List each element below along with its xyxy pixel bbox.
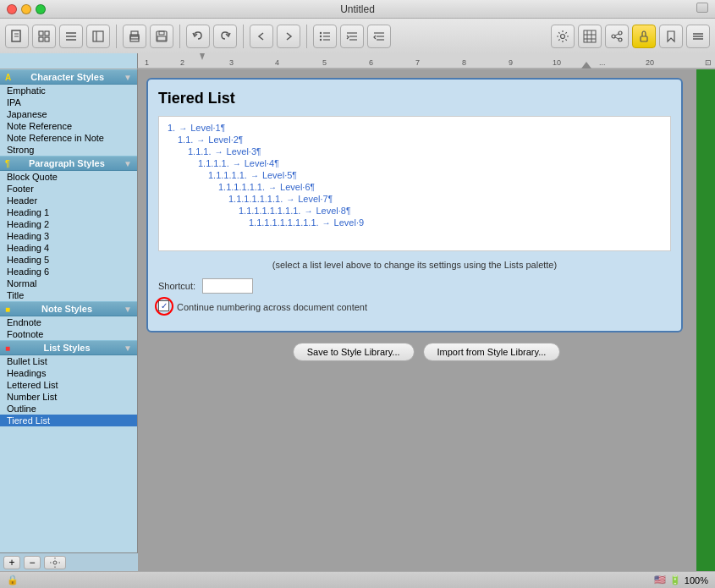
new-button[interactable] bbox=[5, 25, 29, 48]
ruler-area: 1 2 3 4 5 6 7 8 9 10 ... 20 ⊡ bbox=[0, 54, 715, 69]
add-style-button[interactable]: + bbox=[3, 556, 20, 569]
content-area: Tiered List 1. → Level·1 ¶ 1.1. → Level· bbox=[138, 69, 715, 571]
character-styles-chevron: ▼ bbox=[124, 73, 132, 82]
forward-button[interactable] bbox=[277, 25, 300, 48]
print-button[interactable] bbox=[123, 25, 146, 48]
status-battery: 🔋 bbox=[669, 574, 681, 585]
style-panel-title: Tiered List bbox=[158, 90, 671, 107]
list-item-label-8: Level·8 bbox=[316, 206, 345, 216]
sidebar-item-footer[interactable]: Footer bbox=[0, 183, 137, 195]
checkbox-container[interactable]: ✓ bbox=[158, 300, 172, 314]
sidebar-item-note-reference-in-note[interactable]: Note Reference in Note bbox=[0, 132, 137, 144]
save-to-library-button[interactable]: Save to Style Library... bbox=[293, 343, 415, 361]
list-preview-row-2[interactable]: 1.1. → Level·2 ¶ bbox=[168, 134, 662, 146]
sidebar-item-number-list[interactable]: Number List bbox=[0, 391, 137, 403]
shortcut-input[interactable] bbox=[202, 278, 253, 294]
list-item-label-6: Level·6 bbox=[280, 182, 310, 192]
status-right: 🇺🇸 🔋 100% bbox=[654, 574, 708, 585]
sidebar-item-title[interactable]: Title bbox=[0, 289, 137, 301]
lock-button[interactable] bbox=[632, 25, 656, 48]
list-item-prefix-1: 1. bbox=[168, 123, 175, 133]
bookmark-button[interactable] bbox=[659, 25, 683, 48]
sidebar-item-headings[interactable]: Headings bbox=[0, 367, 137, 379]
sidebar: A Character Styles ▼ Emphatic IPA Japane… bbox=[0, 69, 138, 571]
svg-point-18 bbox=[320, 31, 322, 33]
collapse-button[interactable] bbox=[696, 3, 708, 13]
pilcrow-5: ¶ bbox=[292, 171, 296, 180]
ruler: 1 2 3 4 5 6 7 8 9 10 ... 20 ⊡ bbox=[138, 53, 715, 69]
character-styles-header[interactable]: A Character Styles ▼ bbox=[0, 69, 137, 85]
close-button[interactable] bbox=[7, 4, 17, 14]
continue-numbering-label: Continue numbering across document conte… bbox=[177, 302, 367, 312]
note-styles-label: Note Styles bbox=[41, 304, 92, 314]
list-format-button[interactable] bbox=[313, 25, 337, 48]
pilcrow-3: ¶ bbox=[256, 147, 261, 157]
share-button[interactable] bbox=[605, 25, 629, 48]
more-button[interactable] bbox=[686, 25, 710, 48]
sidebar-item-emphatic[interactable]: Emphatic bbox=[0, 85, 137, 96]
style-settings-button[interactable] bbox=[44, 556, 66, 569]
paragraph-styles-header[interactable]: ¶ Paragraph Styles ▼ bbox=[0, 156, 137, 171]
remove-style-button[interactable]: − bbox=[24, 556, 41, 569]
list-preview-row-1[interactable]: 1. → Level·1 ¶ bbox=[168, 122, 662, 134]
list-preview-row-4[interactable]: 1.1.1.1. → Level·4 ¶ bbox=[168, 157, 662, 169]
list-styles-header[interactable]: ■ List Styles ▼ bbox=[0, 340, 137, 355]
arrow-icon-2: → bbox=[196, 135, 205, 145]
sidebar-item-note-reference[interactable]: Note Reference bbox=[0, 120, 137, 132]
svg-point-48 bbox=[53, 561, 57, 564]
sidebar-item-lettered-list[interactable]: Lettered List bbox=[0, 379, 137, 391]
sidebar-item-bullet-list[interactable]: Bullet List bbox=[0, 355, 137, 367]
sidebar-item-block-quote[interactable]: Block Quote bbox=[0, 171, 137, 183]
sidebar-item-heading2[interactable]: Heading 2 bbox=[0, 218, 137, 230]
undo-button[interactable] bbox=[186, 25, 210, 48]
save-button[interactable] bbox=[150, 25, 173, 48]
sidebar-item-outline[interactable]: Outline bbox=[0, 403, 137, 415]
note-styles-header[interactable]: ■ Note Styles ▼ bbox=[0, 301, 137, 316]
grid-button[interactable] bbox=[578, 25, 602, 48]
sidebar-item-heading1[interactable]: Heading 1 bbox=[0, 206, 137, 218]
outdent-button[interactable] bbox=[367, 25, 391, 48]
sidebar-item-endnote[interactable]: Endnote bbox=[0, 316, 137, 328]
svg-rect-5 bbox=[39, 37, 43, 41]
list-preview-row-9[interactable]: 1.1.1.1.1.1.1.1.1. → Level·9 bbox=[168, 217, 662, 228]
import-from-library-button[interactable]: Import from Style Library... bbox=[423, 343, 561, 361]
list-preview-row-8[interactable]: 1.1.1.1.1.1.1.1. → Level·8 ¶ bbox=[168, 205, 662, 217]
bottom-buttons: Save to Style Library... Import from Sty… bbox=[146, 343, 707, 361]
maximize-button[interactable] bbox=[36, 4, 46, 14]
list-preview[interactable]: 1. → Level·1 ¶ 1.1. → Level·2 ¶ 1.1. bbox=[158, 116, 671, 251]
sidebar-toggle-button[interactable] bbox=[86, 25, 110, 48]
sidebar-item-heading5[interactable]: Heading 5 bbox=[0, 254, 137, 266]
settings-button[interactable] bbox=[551, 25, 575, 48]
sidebar-item-header[interactable]: Header bbox=[0, 195, 137, 206]
continue-numbering-checkbox[interactable]: ✓ bbox=[158, 300, 169, 311]
list-item-prefix-7: 1.1.1.1.1.1.1. bbox=[228, 194, 283, 204]
back-button[interactable] bbox=[250, 25, 273, 48]
sidebar-item-normal[interactable]: Normal bbox=[0, 278, 137, 289]
sidebar-item-heading6[interactable]: Heading 6 bbox=[0, 266, 137, 278]
sidebar-item-heading3[interactable]: Heading 3 bbox=[0, 230, 137, 242]
sidebar-item-heading4[interactable]: Heading 4 bbox=[0, 242, 137, 254]
list-preview-row-6[interactable]: 1.1.1.1.1.1. → Level·6 ¶ bbox=[168, 181, 662, 193]
sidebar-item-strong[interactable]: Strong bbox=[0, 144, 137, 156]
list-preview-row-5[interactable]: 1.1.1.1.1. → Level·5 ¶ bbox=[168, 169, 662, 181]
paragraph-section-icon: ¶ bbox=[5, 159, 10, 168]
sidebar-item-tiered-list[interactable]: Tiered List bbox=[0, 415, 137, 426]
list-preview-row-7[interactable]: 1.1.1.1.1.1.1. → Level·7 ¶ bbox=[168, 193, 662, 205]
redo-button[interactable] bbox=[213, 25, 237, 48]
pilcrow-8: ¶ bbox=[346, 206, 350, 216]
status-zoom: 100% bbox=[685, 575, 708, 585]
window-controls bbox=[7, 4, 46, 14]
sidebar-item-japanese[interactable]: Japanese bbox=[0, 108, 137, 120]
sidebar-item-footnote[interactable]: Footnote bbox=[0, 328, 137, 340]
list-item-prefix-6: 1.1.1.1.1.1. bbox=[218, 182, 265, 192]
grid-view-button[interactable] bbox=[32, 25, 56, 48]
indent-button[interactable] bbox=[340, 25, 364, 48]
list-item-prefix-2: 1.1. bbox=[178, 135, 193, 145]
sidebar-item-ipa[interactable]: IPA bbox=[0, 96, 137, 108]
minimize-button[interactable] bbox=[21, 4, 31, 14]
list-preview-row-3[interactable]: 1.1.1. → Level·3 ¶ bbox=[168, 146, 662, 157]
pilcrow-2: ¶ bbox=[239, 135, 243, 145]
pilcrow-1: ¶ bbox=[221, 124, 225, 133]
list-view-button[interactable] bbox=[59, 25, 83, 48]
svg-line-39 bbox=[615, 34, 619, 36]
